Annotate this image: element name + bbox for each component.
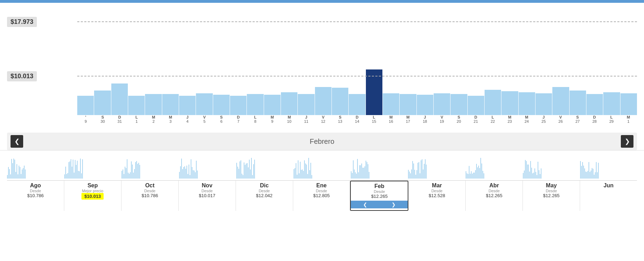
bar-12[interactable]	[281, 92, 297, 115]
bar-11[interactable]	[264, 95, 281, 115]
mini-bar-item	[354, 169, 355, 179]
mini-bar-item	[125, 167, 125, 179]
mini-bar-item	[138, 163, 139, 179]
month-name-6: Feb	[374, 183, 384, 189]
month-col-may[interactable]: MayDesde$12.265	[523, 181, 580, 211]
price-mid-label: $10.013	[7, 71, 37, 81]
mini-bar-item	[597, 172, 598, 179]
bar-9[interactable]	[230, 96, 247, 115]
bar-25[interactable]	[501, 91, 518, 115]
mini-bar-item	[10, 174, 11, 179]
date-label-0: '9	[77, 115, 94, 133]
mini-bar-item	[193, 170, 193, 179]
bar-32[interactable]	[620, 93, 637, 115]
bar-2[interactable]	[111, 83, 128, 115]
month-next-btn-6[interactable]: ❯	[379, 201, 408, 208]
mini-bar-item	[239, 161, 240, 179]
bar-14[interactable]	[315, 87, 331, 115]
mini-bar-item	[238, 169, 239, 179]
bar-24[interactable]	[485, 90, 501, 115]
month-col-oct[interactable]: OctDesde$10.786	[121, 181, 179, 211]
bar-7[interactable]	[196, 93, 212, 115]
mini-bar-item	[466, 171, 466, 179]
bar-21[interactable]	[434, 93, 450, 115]
mini-bar-item	[413, 163, 414, 179]
next-month-button[interactable]: ❯	[621, 135, 633, 148]
date-labels-row: '9S30D31L1M2M3J4V5S6D7L8M9M10J11V12S13D1…	[77, 115, 637, 133]
bar-31[interactable]	[603, 92, 620, 115]
bar-22[interactable]	[451, 94, 467, 115]
date-day-8: S	[220, 115, 223, 119]
month-price-0: $10.786	[27, 193, 44, 198]
bar-26[interactable]	[519, 92, 535, 115]
month-col-nov[interactable]: NovDesde$10.017	[179, 181, 236, 211]
date-day-21: V	[441, 115, 443, 119]
bars-area	[77, 17, 637, 115]
date-num-25: 23	[507, 119, 512, 123]
bar-15[interactable]	[332, 88, 348, 115]
prev-month-button[interactable]: ❮	[11, 135, 23, 148]
bar-0[interactable]	[77, 96, 94, 115]
bar-8[interactable]	[213, 95, 230, 115]
date-day-15: S	[339, 115, 341, 119]
month-name-8: Abr	[489, 182, 499, 189]
date-label-16: D14	[349, 115, 366, 133]
month-col-feb[interactable]: FebDesde$12.265❮❯	[350, 181, 408, 211]
bar-5[interactable]	[162, 94, 179, 115]
bar-16[interactable]	[349, 94, 365, 115]
date-num-11: 9	[271, 119, 273, 123]
month-mini-nav-6: ❮❯	[351, 201, 408, 208]
mini-bar-item	[134, 169, 135, 179]
bar-13[interactable]	[298, 94, 314, 115]
month-col-jun[interactable]: Jun	[580, 181, 637, 211]
bar-30[interactable]	[586, 94, 603, 115]
bar-10[interactable]	[247, 94, 263, 115]
mini-bar-item	[66, 174, 67, 179]
month-col-ene[interactable]: EneDesde$12.805	[293, 181, 350, 211]
mini-bar-item	[481, 163, 482, 179]
month-price-9: $12.265	[543, 193, 560, 198]
month-price-5: $12.805	[313, 193, 330, 198]
bar-18[interactable]	[383, 93, 399, 115]
mini-bar-item	[529, 172, 530, 179]
mini-bar-item	[591, 170, 591, 179]
mini-bar-item	[304, 160, 305, 179]
bar-4[interactable]	[145, 94, 162, 115]
mini-bar-item	[585, 172, 586, 179]
month-col-mar[interactable]: MarDesde$12.528	[408, 181, 466, 211]
bar-27[interactable]	[535, 93, 552, 115]
bar-29[interactable]	[570, 91, 586, 115]
bar-28[interactable]	[552, 87, 569, 115]
date-day-2: D	[118, 115, 121, 119]
date-num-22: 20	[457, 119, 461, 123]
bar-19[interactable]	[400, 94, 416, 115]
months-row: AgoDesde$10.786SepMejor precio$10.013Oct…	[7, 180, 637, 211]
month-col-abr[interactable]: AbrDesde$12.265	[466, 181, 523, 211]
bar-6[interactable]	[179, 96, 196, 115]
month-col-sep[interactable]: SepMejor precio$10.013	[64, 181, 121, 211]
bar-20[interactable]	[417, 95, 433, 115]
bar-1[interactable]	[94, 91, 111, 115]
mini-bar-item	[478, 166, 479, 179]
bar-23[interactable]	[468, 96, 484, 115]
date-label-12: M10	[281, 115, 298, 133]
date-num-6: 4	[186, 119, 189, 123]
mini-bar-item	[530, 161, 531, 179]
current-month-label: Febrero	[23, 138, 621, 146]
date-num-15: 13	[338, 119, 342, 123]
mini-bar-item	[468, 174, 468, 179]
month-col-ago[interactable]: AgoDesde$10.786	[7, 181, 64, 211]
mini-bar-section-1	[64, 154, 121, 179]
month-prev-btn-6[interactable]: ❮	[351, 201, 379, 208]
date-day-10: L	[254, 115, 257, 119]
mini-bar-item	[361, 163, 362, 179]
mini-bar-item	[74, 173, 74, 179]
mini-bar-section-2	[121, 154, 178, 179]
mini-bar-item	[197, 170, 198, 179]
mini-bar-item	[356, 174, 357, 179]
bar-3[interactable]	[128, 96, 145, 115]
mini-bar-item	[82, 159, 83, 179]
month-col-dic[interactable]: DicDesde$12.042	[236, 181, 293, 211]
date-num-17: 15	[372, 119, 376, 123]
mini-bar-item	[415, 175, 416, 179]
